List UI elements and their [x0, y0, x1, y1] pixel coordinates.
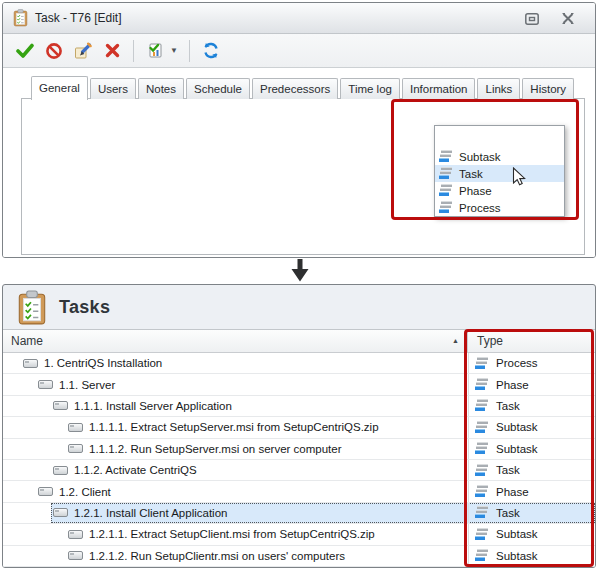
save-menu-icon[interactable] — [145, 41, 165, 61]
task-row[interactable]: 1.2.1. Install Client Application Task — [3, 503, 595, 524]
type-dropdown-item-label: Subtask — [459, 151, 501, 163]
confirm-check-icon[interactable] — [15, 41, 35, 61]
tab-history[interactable]: History — [522, 78, 574, 99]
type-dropdown-item[interactable]: Phase — [435, 182, 564, 199]
type-cell[interactable]: Subtask — [468, 546, 595, 566]
column-divider[interactable] — [467, 330, 468, 352]
tasks-window: Tasks Name ▲ Type 1. CentriQS Installati… — [2, 284, 596, 568]
clipboard-icon — [12, 9, 29, 27]
edit-pencil-icon[interactable] — [73, 41, 93, 61]
task-type: Subtask — [496, 528, 538, 540]
task-name: 1.2. Client — [59, 486, 111, 498]
task-type-icon — [475, 399, 489, 412]
type-cell[interactable]: Task — [468, 460, 595, 480]
save-dropdown-caret-icon[interactable]: ▼ — [170, 46, 178, 55]
tab-links[interactable]: Links — [477, 78, 520, 99]
task-type-icon — [475, 357, 489, 370]
name-cell[interactable]: 1.1.1.1. Extract SetupServer.msi from Se… — [3, 417, 468, 437]
task-name: 1.1.1.2. Run SetupServer.msi on server c… — [89, 443, 341, 455]
tree-indent — [3, 470, 41, 471]
collapse-chevron-icon[interactable] — [26, 382, 38, 388]
flow-down-arrow-icon — [290, 259, 310, 282]
tree-indent — [3, 491, 26, 492]
name-cell[interactable]: 1.1.1. Install Server Application — [3, 396, 468, 416]
tab-information[interactable]: Information — [402, 78, 476, 99]
collapse-chevron-icon[interactable] — [26, 489, 38, 495]
task-type: Subtask — [496, 550, 538, 562]
name-cell[interactable]: 1.2.1.2. Run SetupClientr.msi on users' … — [3, 546, 468, 566]
type-cell[interactable]: Subtask — [468, 417, 595, 437]
type-cell[interactable]: Phase — [468, 481, 595, 501]
task-type: Task — [496, 507, 520, 519]
name-cell[interactable]: 1. CentriQS Installation — [3, 353, 468, 373]
type-dropdown-list: Subtask Task Phase Process — [434, 125, 565, 217]
minimize-icon[interactable] — [523, 11, 541, 26]
task-type: Phase — [496, 486, 529, 498]
type-cell[interactable]: Subtask — [468, 439, 595, 459]
task-type-icon — [475, 506, 489, 519]
tree-indent — [3, 534, 56, 535]
tab-label: History — [530, 83, 566, 95]
type-cell[interactable]: Subtask — [468, 524, 595, 544]
delete-x-icon[interactable] — [102, 41, 122, 61]
collapse-chevron-icon[interactable] — [11, 360, 23, 366]
task-type-icon — [439, 184, 453, 197]
tab-schedule[interactable]: Schedule — [186, 78, 250, 99]
toolbar-separator — [133, 40, 134, 62]
type-cell[interactable]: Task — [468, 396, 595, 416]
collapse-chevron-icon[interactable] — [41, 510, 53, 516]
task-card-icon — [38, 487, 53, 496]
column-header-type[interactable]: Type — [477, 334, 503, 348]
task-row[interactable]: 1. CentriQS Installation Process — [3, 353, 595, 374]
window-title: Task - T76 [Edit] — [35, 11, 121, 25]
task-row[interactable]: 1.1.1.1. Extract SetupServer.msi from Se… — [3, 417, 595, 438]
type-dropdown-item[interactable]: Process — [435, 199, 564, 216]
task-type-icon — [475, 528, 489, 541]
sort-ascending-icon: ▲ — [452, 337, 459, 344]
name-cell[interactable]: 1.2.1.1. Extract SetupClient.msi from Se… — [3, 524, 468, 544]
type-cell[interactable]: Phase — [468, 374, 595, 394]
task-row[interactable]: 1.1.1.2. Run SetupServer.msi on server c… — [3, 439, 595, 460]
collapse-chevron-icon[interactable] — [41, 403, 53, 409]
name-cell[interactable]: 1.1.2. Activate CentriQS — [3, 460, 468, 480]
task-row[interactable]: 1.2.1.1. Extract SetupClient.msi from Se… — [3, 524, 595, 545]
tab-time-log[interactable]: Time log — [340, 78, 400, 99]
name-cell[interactable]: 1.1.1.2. Run SetupServer.msi on server c… — [3, 439, 468, 459]
type-dropdown-item[interactable]: Task — [435, 165, 564, 182]
cancel-block-icon[interactable] — [44, 41, 64, 61]
type-cell[interactable]: Task — [468, 503, 595, 523]
task-type: Process — [496, 357, 538, 369]
tab-predecessors[interactable]: Predecessors — [252, 78, 338, 99]
tab-strip: GeneralUsersNotesSchedulePredecessorsTim… — [31, 75, 576, 99]
tasks-panel-title: Tasks — [59, 297, 110, 318]
task-type-icon — [439, 167, 453, 180]
task-name: 1.2.1.2. Run SetupClientr.msi on users' … — [89, 550, 345, 562]
task-type: Task — [496, 400, 520, 412]
column-header-name[interactable]: Name — [11, 334, 43, 348]
tab-label: Links — [485, 83, 512, 95]
tab-general[interactable]: General — [31, 76, 88, 100]
task-card-icon — [53, 508, 68, 517]
task-row[interactable]: 1.1.1. Install Server Application Task — [3, 396, 595, 417]
task-name: 1.2.1. Install Client Application — [74, 507, 227, 519]
title-bar: Task - T76 [Edit] — [3, 3, 595, 34]
task-row[interactable]: 1.2. Client Phase — [3, 481, 595, 502]
type-dropdown-item[interactable] — [435, 126, 564, 148]
refresh-icon[interactable] — [201, 41, 221, 61]
task-name: 1.1. Server — [59, 379, 115, 391]
task-row[interactable]: 1.1.2. Activate CentriQS Task — [3, 460, 595, 481]
tab-users[interactable]: Users — [90, 78, 136, 99]
type-cell[interactable]: Process — [468, 353, 595, 373]
task-row[interactable]: 1.1. Server Phase — [3, 374, 595, 395]
task-type-icon — [475, 464, 489, 477]
tab-notes[interactable]: Notes — [138, 78, 184, 99]
type-dropdown-item[interactable]: Subtask — [435, 148, 564, 165]
tree-indent — [3, 448, 56, 449]
name-cell[interactable]: 1.2.1. Install Client Application — [3, 503, 468, 523]
task-row[interactable]: 1.2.1.2. Run SetupClientr.msi on users' … — [3, 546, 595, 567]
task-card-icon — [53, 401, 68, 410]
task-card-icon — [68, 530, 83, 539]
name-cell[interactable]: 1.1. Server — [3, 374, 468, 394]
close-icon[interactable] — [559, 11, 577, 26]
name-cell[interactable]: 1.2. Client — [3, 481, 468, 501]
